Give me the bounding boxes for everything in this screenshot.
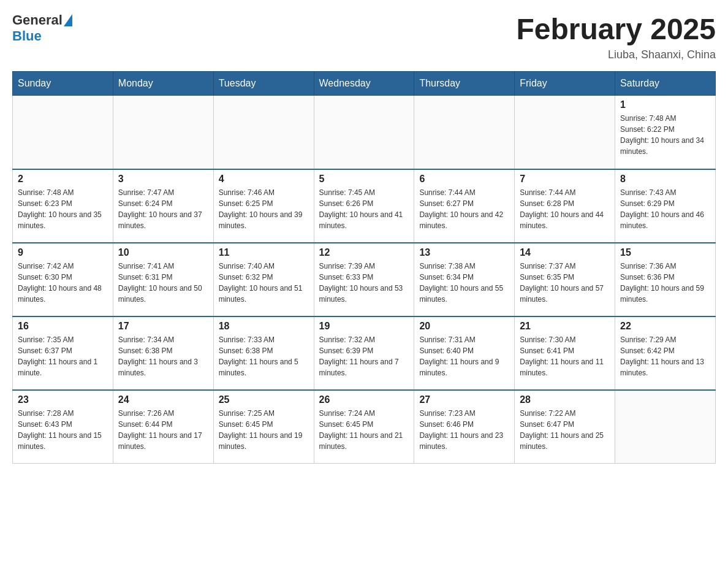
calendar-day-cell: 5Sunrise: 7:45 AM Sunset: 6:26 PM Daylig… <box>314 169 414 243</box>
day-number: 11 <box>219 247 309 258</box>
day-info: Sunrise: 7:26 AM Sunset: 6:44 PM Dayligh… <box>118 408 208 452</box>
day-number: 5 <box>319 174 409 185</box>
calendar-day-cell <box>515 96 615 169</box>
calendar-day-cell <box>113 96 213 169</box>
calendar-day-cell: 6Sunrise: 7:44 AM Sunset: 6:27 PM Daylig… <box>414 169 515 243</box>
day-info: Sunrise: 7:37 AM Sunset: 6:35 PM Dayligh… <box>520 261 610 305</box>
calendar-day-cell: 15Sunrise: 7:36 AM Sunset: 6:36 PM Dayli… <box>615 243 716 316</box>
day-number: 18 <box>219 321 309 332</box>
day-number: 15 <box>620 247 710 258</box>
day-number: 24 <box>118 394 208 405</box>
calendar-day-cell <box>414 96 515 169</box>
calendar-day-cell: 10Sunrise: 7:41 AM Sunset: 6:31 PM Dayli… <box>113 243 213 316</box>
calendar-day-cell: 17Sunrise: 7:34 AM Sunset: 6:38 PM Dayli… <box>113 316 213 390</box>
calendar-day-cell: 12Sunrise: 7:39 AM Sunset: 6:33 PM Dayli… <box>314 243 414 316</box>
day-number: 25 <box>219 394 309 405</box>
calendar-day-cell <box>615 390 716 464</box>
day-number: 28 <box>520 394 610 405</box>
day-of-week-header: Friday <box>515 72 615 96</box>
day-of-week-header: Wednesday <box>314 72 414 96</box>
calendar-header: SundayMondayTuesdayWednesdayThursdayFrid… <box>13 72 716 96</box>
day-info: Sunrise: 7:39 AM Sunset: 6:33 PM Dayligh… <box>319 261 409 305</box>
day-number: 19 <box>319 321 409 332</box>
calendar-day-cell: 24Sunrise: 7:26 AM Sunset: 6:44 PM Dayli… <box>113 390 213 464</box>
day-of-week-header: Sunday <box>13 72 113 96</box>
calendar-day-cell: 14Sunrise: 7:37 AM Sunset: 6:35 PM Dayli… <box>515 243 615 316</box>
location-subtitle: Liuba, Shaanxi, China <box>516 48 716 61</box>
calendar-day-cell: 27Sunrise: 7:23 AM Sunset: 6:46 PM Dayli… <box>414 390 515 464</box>
day-info: Sunrise: 7:46 AM Sunset: 6:25 PM Dayligh… <box>219 187 309 231</box>
calendar-day-cell: 25Sunrise: 7:25 AM Sunset: 6:45 PM Dayli… <box>213 390 314 464</box>
logo-triangle-icon <box>64 14 72 26</box>
day-info: Sunrise: 7:45 AM Sunset: 6:26 PM Dayligh… <box>319 187 409 231</box>
calendar-day-cell: 21Sunrise: 7:30 AM Sunset: 6:41 PM Dayli… <box>515 316 615 390</box>
day-number: 26 <box>319 394 409 405</box>
day-info: Sunrise: 7:48 AM Sunset: 6:22 PM Dayligh… <box>620 113 710 157</box>
day-info: Sunrise: 7:22 AM Sunset: 6:47 PM Dayligh… <box>520 408 610 452</box>
day-info: Sunrise: 7:44 AM Sunset: 6:27 PM Dayligh… <box>419 187 509 231</box>
calendar-day-cell: 11Sunrise: 7:40 AM Sunset: 6:32 PM Dayli… <box>213 243 314 316</box>
day-info: Sunrise: 7:47 AM Sunset: 6:24 PM Dayligh… <box>118 187 208 231</box>
day-info: Sunrise: 7:38 AM Sunset: 6:34 PM Dayligh… <box>419 261 509 305</box>
month-title: February 2025 <box>516 12 716 46</box>
day-info: Sunrise: 7:32 AM Sunset: 6:39 PM Dayligh… <box>319 334 409 378</box>
calendar-week-row: 16Sunrise: 7:35 AM Sunset: 6:37 PM Dayli… <box>13 316 716 390</box>
day-info: Sunrise: 7:29 AM Sunset: 6:42 PM Dayligh… <box>620 334 710 378</box>
calendar-day-cell: 18Sunrise: 7:33 AM Sunset: 6:38 PM Dayli… <box>213 316 314 390</box>
day-info: Sunrise: 7:41 AM Sunset: 6:31 PM Dayligh… <box>118 261 208 305</box>
logo-blue-text: Blue <box>12 28 42 44</box>
day-info: Sunrise: 7:43 AM Sunset: 6:29 PM Dayligh… <box>620 187 710 231</box>
day-number: 10 <box>118 247 208 258</box>
day-number: 27 <box>419 394 509 405</box>
day-of-week-header: Saturday <box>615 72 716 96</box>
calendar-day-cell: 23Sunrise: 7:28 AM Sunset: 6:43 PM Dayli… <box>13 390 113 464</box>
day-info: Sunrise: 7:42 AM Sunset: 6:30 PM Dayligh… <box>18 261 108 305</box>
calendar-day-cell <box>213 96 314 169</box>
day-number: 3 <box>118 174 208 185</box>
title-area: February 2025 Liuba, Shaanxi, China <box>516 12 716 61</box>
day-of-week-header: Tuesday <box>213 72 314 96</box>
calendar-day-cell: 7Sunrise: 7:44 AM Sunset: 6:28 PM Daylig… <box>515 169 615 243</box>
day-number: 8 <box>620 174 710 185</box>
day-info: Sunrise: 7:33 AM Sunset: 6:38 PM Dayligh… <box>219 334 309 378</box>
day-info: Sunrise: 7:48 AM Sunset: 6:23 PM Dayligh… <box>18 187 108 231</box>
day-info: Sunrise: 7:44 AM Sunset: 6:28 PM Dayligh… <box>520 187 610 231</box>
day-info: Sunrise: 7:36 AM Sunset: 6:36 PM Dayligh… <box>620 261 710 305</box>
day-info: Sunrise: 7:23 AM Sunset: 6:46 PM Dayligh… <box>419 408 509 452</box>
day-number: 9 <box>18 247 108 258</box>
day-number: 21 <box>520 321 610 332</box>
calendar-day-cell: 13Sunrise: 7:38 AM Sunset: 6:34 PM Dayli… <box>414 243 515 316</box>
calendar-day-cell: 19Sunrise: 7:32 AM Sunset: 6:39 PM Dayli… <box>314 316 414 390</box>
logo: General Blue <box>12 12 72 44</box>
day-number: 17 <box>118 321 208 332</box>
calendar-day-cell: 28Sunrise: 7:22 AM Sunset: 6:47 PM Dayli… <box>515 390 615 464</box>
day-of-week-header: Thursday <box>414 72 515 96</box>
day-number: 1 <box>620 99 710 110</box>
logo-general-text: General <box>12 12 63 28</box>
calendar-day-cell: 9Sunrise: 7:42 AM Sunset: 6:30 PM Daylig… <box>13 243 113 316</box>
day-info: Sunrise: 7:31 AM Sunset: 6:40 PM Dayligh… <box>419 334 509 378</box>
day-number: 7 <box>520 174 610 185</box>
day-number: 13 <box>419 247 509 258</box>
calendar-day-cell <box>13 96 113 169</box>
day-info: Sunrise: 7:35 AM Sunset: 6:37 PM Dayligh… <box>18 334 108 378</box>
calendar-day-cell: 22Sunrise: 7:29 AM Sunset: 6:42 PM Dayli… <box>615 316 716 390</box>
day-number: 12 <box>319 247 409 258</box>
calendar-day-cell: 26Sunrise: 7:24 AM Sunset: 6:45 PM Dayli… <box>314 390 414 464</box>
calendar-day-cell <box>314 96 414 169</box>
calendar-day-cell: 1Sunrise: 7:48 AM Sunset: 6:22 PM Daylig… <box>615 96 716 169</box>
day-info: Sunrise: 7:30 AM Sunset: 6:41 PM Dayligh… <box>520 334 610 378</box>
day-info: Sunrise: 7:40 AM Sunset: 6:32 PM Dayligh… <box>219 261 309 305</box>
day-of-week-header: Monday <box>113 72 213 96</box>
calendar-week-row: 23Sunrise: 7:28 AM Sunset: 6:43 PM Dayli… <box>13 390 716 464</box>
calendar-week-row: 1Sunrise: 7:48 AM Sunset: 6:22 PM Daylig… <box>13 96 716 169</box>
header-row: SundayMondayTuesdayWednesdayThursdayFrid… <box>13 72 716 96</box>
day-number: 16 <box>18 321 108 332</box>
calendar-body: 1Sunrise: 7:48 AM Sunset: 6:22 PM Daylig… <box>13 96 716 464</box>
day-number: 22 <box>620 321 710 332</box>
day-number: 2 <box>18 174 108 185</box>
day-number: 6 <box>419 174 509 185</box>
day-info: Sunrise: 7:28 AM Sunset: 6:43 PM Dayligh… <box>18 408 108 452</box>
calendar-day-cell: 3Sunrise: 7:47 AM Sunset: 6:24 PM Daylig… <box>113 169 213 243</box>
day-number: 23 <box>18 394 108 405</box>
